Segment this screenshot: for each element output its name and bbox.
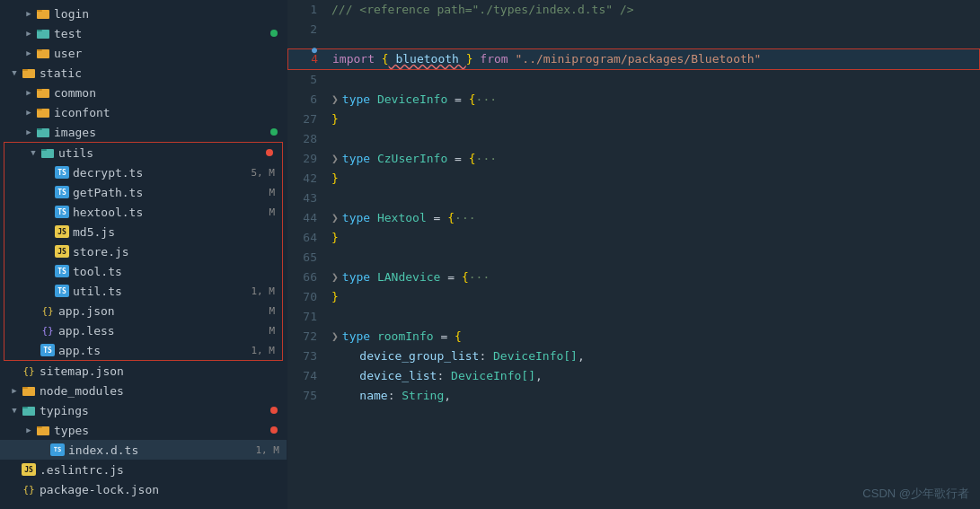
- tree-label-tool.ts: tool.ts: [73, 265, 278, 278]
- type-keyword: type: [342, 329, 370, 343]
- line-content: /// <reference path="./types/index.d.ts"…: [328, 0, 980, 20]
- tree-item-static[interactable]: static: [0, 63, 287, 83]
- line-content: ❯type Hextool = {···: [328, 208, 980, 228]
- red-dot-typings: [270, 407, 278, 414]
- tree-item-types[interactable]: types: [0, 420, 287, 440]
- fold-arrow-open[interactable]: ❯: [331, 329, 339, 343]
- folder-icon: [36, 6, 50, 21]
- tree-item-hextool.ts[interactable]: TShextool.tsM: [4, 202, 282, 222]
- folder-icon: [22, 66, 36, 80]
- fold-arrow[interactable]: ❯: [331, 152, 339, 165]
- code-line-28: 28: [287, 129, 980, 149]
- line-content: }: [328, 169, 980, 189]
- tree-item-index.d.ts[interactable]: TSindex.d.ts1, M: [0, 440, 287, 460]
- file-explorer[interactable]: logintestuserstaticcommoniconfontimagesu…: [0, 0, 287, 509]
- line-number: 65: [287, 248, 328, 268]
- tree-item-app.json[interactable]: {}app.jsonM: [4, 301, 282, 320]
- tree-item-app.ts[interactable]: TSapp.ts1, M: [4, 340, 282, 360]
- item-badge-util.ts: 1, M: [252, 285, 276, 297]
- type-keyword: type: [342, 211, 370, 224]
- prop-type: DeviceInfo[]: [451, 369, 535, 382]
- tree-item-.eslintrc.js[interactable]: JS.eslintrc.js: [0, 460, 287, 479]
- line-number: 75: [287, 386, 328, 406]
- tree-item-user[interactable]: user: [0, 43, 287, 63]
- tree-item-package-lock.json[interactable]: {}package-lock.json: [0, 479, 287, 499]
- tree-item-util.ts[interactable]: TSutil.ts1, M: [4, 281, 282, 301]
- code-line-43: 43: [287, 189, 980, 208]
- tree-item-md5.js[interactable]: JSmd5.js: [4, 222, 282, 241]
- json-file-icon: {}: [22, 482, 36, 496]
- code-line-65: 65: [287, 248, 980, 268]
- folder-icon: [36, 423, 50, 437]
- tree-arrow-node_modules: [7, 383, 22, 398]
- tree-label-app.json: app.json: [58, 304, 269, 318]
- tree-label-common: common: [54, 86, 283, 100]
- line-content: device_list: DeviceInfo[],: [328, 366, 980, 386]
- code-line-1: 1/// <reference path="./types/index.d.ts…: [287, 0, 980, 20]
- svg-rect-19: [22, 407, 28, 408]
- item-badge-app.ts: 1, M: [252, 345, 276, 356]
- line-content: }: [328, 110, 980, 129]
- svg-rect-15: [41, 149, 47, 151]
- tree-item-utils[interactable]: utils: [4, 143, 282, 162]
- green-dot-images: [270, 128, 278, 136]
- tree-item-test[interactable]: test: [0, 23, 287, 43]
- svg-rect-13: [37, 128, 42, 130]
- closing-brace: }: [331, 112, 339, 126]
- tree-item-login[interactable]: login: [0, 4, 287, 23]
- tree-arrow-user: [22, 46, 36, 60]
- tree-item-decrypt.ts[interactable]: TSdecrypt.ts5, M: [4, 162, 282, 182]
- fold-arrow[interactable]: ❯: [331, 92, 339, 106]
- tree-label-login: login: [54, 7, 283, 21]
- tree-label-decrypt.ts: decrypt.ts: [73, 166, 252, 180]
- line-content: }: [328, 287, 980, 307]
- tree-label-.eslintrc.js: .eslintrc.js: [40, 463, 283, 477]
- line-number: 66: [287, 268, 328, 287]
- gutter-dot-line: ●: [287, 39, 980, 48]
- code-line-66: 66❯type LANdevice = {···: [287, 268, 980, 287]
- tree-label-index.d.ts: index.d.ts: [68, 443, 256, 457]
- svg-rect-5: [37, 49, 42, 51]
- folder-special-icon: [36, 125, 50, 139]
- line-number: 4: [288, 49, 329, 69]
- svg-rect-21: [37, 426, 42, 428]
- tree-label-images: images: [54, 126, 270, 139]
- svg-rect-3: [37, 30, 42, 31]
- fold-arrow[interactable]: ❯: [331, 270, 339, 284]
- tree-item-getPath.ts[interactable]: TSgetPath.tsM: [4, 182, 282, 202]
- tree-item-store.js[interactable]: JSstore.js: [4, 241, 282, 261]
- ts-file-icon: TS: [55, 166, 69, 179]
- tree-label-user: user: [54, 47, 283, 60]
- code-line-72: 72❯type roomInfo = {: [287, 327, 980, 347]
- tree-item-common[interactable]: common: [0, 83, 287, 102]
- line-number: 28: [287, 129, 328, 149]
- code-content[interactable]: 1/// <reference path="./types/index.d.ts…: [287, 0, 980, 509]
- code-editor: 1/// <reference path="./types/index.d.ts…: [287, 0, 980, 509]
- tree-item-images[interactable]: images: [0, 122, 287, 142]
- ts-file-icon: TS: [55, 186, 69, 198]
- line-content: ❯type DeviceInfo = {···: [328, 90, 980, 110]
- line-number: 74: [287, 366, 328, 386]
- item-badge-getPath.ts: M: [269, 187, 275, 198]
- tree-item-sitemap.json[interactable]: {}sitemap.json: [0, 361, 287, 381]
- json-file-icon: {}: [40, 303, 55, 318]
- tree-item-tool.ts[interactable]: TStool.ts: [4, 261, 282, 281]
- tree-label-store.js: store.js: [73, 245, 278, 259]
- tree-arrow-common: [22, 85, 36, 100]
- line-content: device_group_list: DeviceInfo[],: [328, 347, 980, 366]
- closing-brace: }: [331, 231, 339, 244]
- fold-arrow[interactable]: ❯: [331, 211, 339, 224]
- tree-item-app.less[interactable]: {}app.lessM: [4, 320, 282, 340]
- line-number: 64: [287, 228, 328, 248]
- type-name: DeviceInfo: [377, 92, 447, 106]
- code-line-4: 4import { bluetooth } from "../miniprogr…: [287, 48, 980, 70]
- tree-item-node_modules[interactable]: node_modules: [0, 381, 287, 400]
- folder-icon: [36, 46, 50, 60]
- line-content: ❯type roomInfo = {: [328, 327, 980, 347]
- tree-item-typings[interactable]: typings: [0, 400, 287, 420]
- import-keyword: import: [332, 52, 375, 66]
- tree-item-iconfont[interactable]: iconfont: [0, 102, 287, 122]
- line-number: 44: [287, 208, 328, 228]
- code-line-27: 27}: [287, 110, 980, 129]
- code-line-44: 44❯type Hextool = {···: [287, 208, 980, 228]
